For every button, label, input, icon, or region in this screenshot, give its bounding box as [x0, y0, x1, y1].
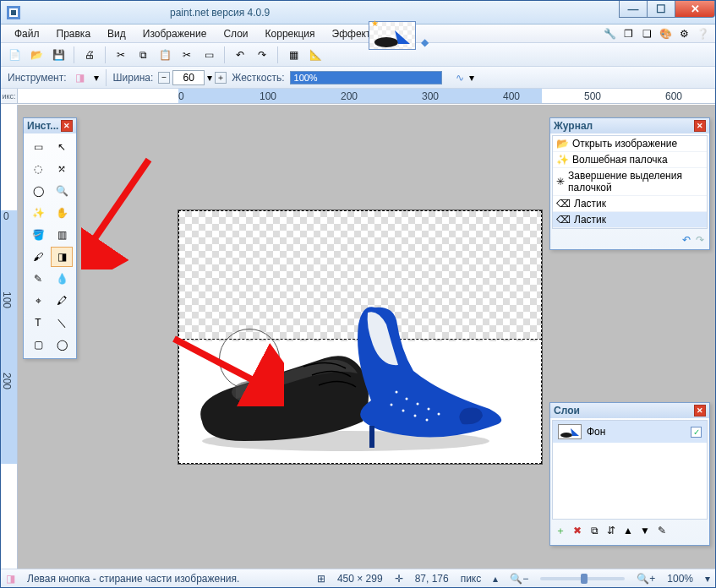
- tool-bucket[interactable]: 🪣: [27, 225, 49, 245]
- history-panel[interactable]: Журнал✕ 📂Открыть изображение✨Волшебная п…: [549, 117, 710, 250]
- history-undo-icon[interactable]: ↶: [682, 234, 691, 246]
- history-item[interactable]: ⌫Ластик: [553, 212, 707, 228]
- curve-dropdown-icon[interactable]: ▾: [469, 72, 474, 84]
- paste-icon[interactable]: 📋: [156, 46, 173, 63]
- tool-gradient[interactable]: ▥: [51, 225, 73, 245]
- unit-dropdown-icon[interactable]: ▴: [493, 573, 498, 585]
- tool-stack-icon[interactable]: ❏: [639, 26, 654, 41]
- tool-recolor[interactable]: 🖍: [51, 291, 73, 311]
- svg-point-13: [414, 415, 417, 417]
- cut-icon[interactable]: ✂: [112, 46, 129, 63]
- tool-ellipse-select[interactable]: ◯: [27, 181, 49, 201]
- titlebar: paint.net версия 4.0.9 — ☐ ✕: [1, 1, 715, 24]
- history-redo-icon[interactable]: ↷: [696, 234, 704, 246]
- history-item-label: Открыть изображение: [572, 138, 677, 150]
- tool-move-pixels[interactable]: ⤱: [51, 159, 73, 179]
- layer-add-icon[interactable]: ＋: [554, 524, 567, 537]
- tool-move[interactable]: ↖: [51, 137, 73, 157]
- save-icon[interactable]: 💾: [50, 46, 67, 63]
- history-panel-close-icon[interactable]: ✕: [694, 120, 706, 132]
- width-dropdown-icon[interactable]: ▾: [207, 72, 212, 84]
- layer-props-icon[interactable]: ✎: [655, 524, 669, 537]
- layer-merge-icon[interactable]: ⇵: [604, 524, 618, 537]
- history-item[interactable]: ⌫Ластик: [553, 196, 707, 212]
- width-increase-button[interactable]: ＋: [215, 72, 227, 84]
- vertical-ruler: 0 100 200: [1, 105, 18, 569]
- width-decrease-button[interactable]: −: [158, 72, 170, 84]
- new-icon[interactable]: 📄: [6, 46, 23, 63]
- tool-wand[interactable]: ✨: [27, 203, 49, 223]
- layers-panel-close-icon[interactable]: ✕: [694, 405, 706, 416]
- thumb-gem-icon[interactable]: ◆: [421, 36, 429, 48]
- svg-point-3: [374, 37, 398, 47]
- vruler-tick: 200: [1, 373, 13, 389]
- tool-shapes2[interactable]: ◯: [51, 335, 73, 355]
- menu-file[interactable]: Файл: [6, 25, 48, 42]
- maximize-button[interactable]: ☐: [647, 1, 675, 18]
- layers-panel[interactable]: Слои✕ Фон ✓ ＋ ✖ ⧉ ⇵ ▲ ▼ ✎: [549, 402, 710, 546]
- zoom-slider[interactable]: [540, 577, 625, 580]
- status-unit[interactable]: пикс: [461, 573, 482, 585]
- tool-clone[interactable]: ⌖: [27, 291, 49, 311]
- tool-text[interactable]: T: [27, 313, 49, 333]
- tool-gear-icon[interactable]: ⚙: [676, 26, 691, 41]
- svg-point-10: [438, 413, 440, 416]
- history-item[interactable]: 📂Открыть изображение: [553, 136, 707, 152]
- layer-delete-icon[interactable]: ✖: [571, 524, 584, 537]
- tool-eraser[interactable]: ◨: [51, 247, 73, 267]
- tool-dropdown-icon[interactable]: ▾: [94, 72, 99, 84]
- tool-wrench-icon[interactable]: 🔧: [602, 26, 617, 41]
- redo-icon[interactable]: ↷: [254, 46, 271, 63]
- history-item[interactable]: ✳Завершение выделения палочкой: [553, 168, 707, 196]
- zoom-out-icon[interactable]: 🔍−: [510, 573, 528, 585]
- undo-icon[interactable]: ↶: [232, 46, 249, 63]
- ruler-tick: 0: [178, 90, 184, 102]
- menu-view[interactable]: Вид: [99, 25, 134, 42]
- print-icon[interactable]: 🖨: [81, 46, 98, 63]
- close-button[interactable]: ✕: [675, 1, 715, 18]
- tools-panel[interactable]: Инст...✕ ▭↖◌⤱◯🔍✨✋🪣▥🖌◨✎💧⌖🖍T＼▢◯: [23, 117, 77, 359]
- crop-icon[interactable]: ✂: [178, 46, 195, 63]
- ruler-tick: 400: [503, 90, 520, 102]
- deselect-icon[interactable]: ▭: [200, 46, 217, 63]
- tool-zoom[interactable]: 🔍: [51, 181, 73, 201]
- copy-icon[interactable]: ⧉: [134, 46, 151, 63]
- tool-line[interactable]: ＼: [51, 313, 73, 333]
- open-icon[interactable]: 📂: [28, 46, 45, 63]
- grid-icon[interactable]: ▦: [285, 46, 302, 63]
- tools-panel-close-icon[interactable]: ✕: [61, 120, 73, 132]
- svg-point-6: [396, 391, 398, 394]
- width-input[interactable]: 60: [172, 70, 205, 85]
- menu-edit[interactable]: Правка: [48, 25, 100, 42]
- tool-swatch-icon[interactable]: 🎨: [658, 26, 673, 41]
- curve-option-icon[interactable]: ∿: [456, 72, 464, 84]
- menu-adjust[interactable]: Коррекция: [257, 25, 324, 42]
- tool-options-bar: Инструмент: ◨ ▾ Ширина: − 60 ▾ ＋ Жесткос…: [1, 67, 715, 89]
- layer-visible-checkbox[interactable]: ✓: [691, 427, 702, 438]
- minimize-button[interactable]: —: [619, 1, 648, 18]
- svg-point-12: [402, 410, 405, 412]
- zoom-dropdown-icon[interactable]: ▾: [705, 573, 710, 585]
- tool-picker[interactable]: 💧: [51, 269, 73, 289]
- hardness-slider[interactable]: 100%: [290, 71, 442, 84]
- document-thumbnail[interactable]: ★: [369, 21, 416, 50]
- tool-windows-icon[interactable]: ❐: [620, 26, 636, 41]
- layer-row[interactable]: Фон ✓: [553, 421, 707, 443]
- zoom-in-icon[interactable]: 🔍+: [637, 573, 655, 585]
- tool-shapes[interactable]: ▢: [27, 335, 49, 355]
- menu-image[interactable]: Изображение: [134, 25, 216, 42]
- tool-brush[interactable]: 🖌: [27, 247, 49, 267]
- svg-point-11: [391, 404, 393, 406]
- tool-pan[interactable]: ✋: [51, 203, 73, 223]
- history-item[interactable]: ✨Волшебная палочка: [553, 152, 707, 168]
- tool-rect-select[interactable]: ▭: [27, 137, 49, 157]
- tool-lasso[interactable]: ◌: [27, 159, 49, 179]
- tool-help-icon[interactable]: ❔: [695, 26, 710, 41]
- layer-up-icon[interactable]: ▲: [621, 524, 635, 537]
- current-tool-eraser-icon[interactable]: ◨: [72, 69, 89, 86]
- menu-layers[interactable]: Слои: [215, 25, 256, 42]
- tool-pencil[interactable]: ✎: [27, 269, 49, 289]
- ruler-icon[interactable]: 📐: [307, 46, 324, 63]
- layer-down-icon[interactable]: ▼: [638, 524, 652, 537]
- layer-duplicate-icon[interactable]: ⧉: [588, 524, 601, 537]
